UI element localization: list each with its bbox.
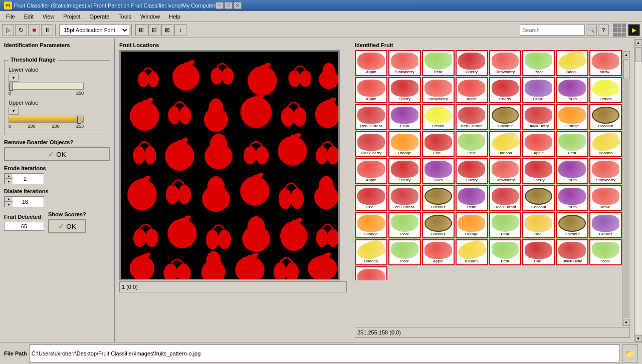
erode-label: Erode Iterations [4, 165, 110, 171]
main-scroll-down[interactable]: ▼ [635, 335, 642, 342]
lower-value-dropdown[interactable]: ▼ [9, 74, 19, 82]
lower-slider-track[interactable] [9, 83, 84, 90]
search-input[interactable] [520, 25, 585, 36]
fruit-cell: Apple [355, 50, 387, 76]
fruit-label: Red Currant [490, 205, 521, 210]
remove-boarder-container: Remove Boarder Objects? ✓ OK [4, 139, 110, 161]
fruit-visual-11 [458, 80, 486, 97]
align-button[interactable]: ⊞ [135, 24, 147, 36]
close-button[interactable]: ✕ [234, 2, 242, 9]
fruit-visual-1 [391, 53, 418, 70]
fruit-label: Che.. [523, 259, 554, 264]
right-panel: Identified Fruit AppleStrawberryPearCher… [351, 38, 634, 342]
main-scroll-up[interactable]: ▲ [635, 39, 642, 46]
fruit-visual-13 [525, 80, 552, 97]
remove-boarder-ok-button[interactable]: ✓ OK [4, 147, 110, 161]
fruit-cell: Che.. [422, 131, 455, 157]
right-scrollbar[interactable]: ▲ ▼ [622, 50, 630, 326]
fruit-cell: Pear [456, 131, 488, 157]
scroll-track[interactable] [623, 59, 629, 318]
fruit-label: Che.. [423, 151, 454, 156]
abort-button[interactable]: ■ [28, 24, 40, 36]
fruit-label: Plum [557, 97, 587, 102]
dialate-input[interactable] [13, 197, 38, 207]
fruit-cell: ed Currant [388, 185, 421, 211]
fruit-visual-20 [492, 107, 519, 124]
fruit-detected-label: Fruit Detected [4, 214, 44, 220]
dialate-down-spinner[interactable]: ▼ [5, 202, 13, 207]
scroll-down-arrow[interactable]: ▼ [623, 319, 630, 326]
upper-mid1: 100 [28, 124, 35, 129]
fruit-cell: Che.. [355, 185, 387, 211]
fruit-cell: Pear [489, 212, 522, 238]
lower-value-container: Lower value ▼ 0 250 [9, 67, 106, 96]
dialate-up-spinner[interactable]: ▲ [5, 197, 13, 202]
scroll-thumb[interactable] [623, 59, 629, 79]
scroll-up-arrow[interactable]: ▲ [623, 51, 630, 58]
fruit-visual-4 [492, 53, 519, 70]
menu-help[interactable]: Help [165, 13, 184, 21]
search-icon-button[interactable]: 🔍 [586, 25, 597, 36]
show-scores-ok-button[interactable]: ✓ OK [48, 219, 86, 233]
fruit-label: Coconut [557, 232, 587, 237]
fruit-cell: Cherry [388, 77, 421, 103]
menu-view[interactable]: View [39, 13, 59, 21]
erode-input[interactable] [13, 174, 38, 184]
menu-operate[interactable]: Operate [86, 13, 114, 21]
identified-fruit-status: 251,255,158 (0,0) [357, 329, 401, 335]
menu-file[interactable]: File [2, 13, 19, 21]
erode-up-spinner[interactable]: ▲ [5, 174, 13, 179]
fruit-cell: Banana [456, 239, 488, 265]
reorder-button[interactable]: ↕ [174, 24, 186, 36]
file-browse-button[interactable]: 📁 [622, 344, 638, 362]
file-path-input[interactable] [29, 344, 620, 362]
fruit-cell: Cherry [456, 158, 488, 184]
fruit-visual-35 [458, 161, 486, 178]
show-scores-check-icon: ✓ [58, 222, 64, 230]
fruit-cell: Cherry [456, 50, 488, 76]
menu-edit[interactable]: Edit [20, 13, 38, 21]
fruit-cell: Grap.. [522, 77, 555, 103]
resize-button[interactable]: ⊠ [161, 24, 173, 36]
fruit-label: Plum [557, 205, 587, 210]
fruit-label: Che.. [356, 205, 386, 210]
menu-project[interactable]: Project [59, 13, 84, 21]
fruit-visual-45 [525, 188, 552, 205]
fruit-cell: Banana [589, 131, 622, 157]
fruit-visual-18 [424, 107, 452, 124]
main-scroll-track[interactable] [635, 47, 641, 334]
run-continuous-button[interactable]: ↻ [15, 24, 27, 36]
upper-value-dropdown[interactable]: ▼ [9, 107, 19, 115]
fruit-visual-22 [558, 107, 586, 124]
fruit-label: Pine.. [523, 232, 554, 237]
fruit-label: Pear [457, 151, 487, 156]
fruit-label: Orange [356, 232, 386, 237]
erode-down-spinner[interactable]: ▼ [5, 179, 13, 184]
help-button[interactable]: ? [598, 25, 609, 36]
fruit-cell: Black Berry [355, 131, 387, 157]
fruit-cell: Coconut [422, 185, 455, 211]
maximize-button[interactable]: □ [225, 2, 233, 9]
minimize-button[interactable]: ─ [216, 2, 224, 9]
main-scroll-thumb[interactable] [635, 47, 641, 62]
fruit-visual-38 [558, 161, 586, 178]
menubar: File Edit View Project Operate Tools Win… [0, 11, 642, 22]
upper-slider-track[interactable] [9, 116, 84, 123]
fruit-cell: Apple [522, 131, 555, 157]
run-icon-button[interactable]: ▶ [628, 24, 640, 36]
menu-window[interactable]: Window [136, 13, 164, 21]
menu-tools[interactable]: Tools [114, 13, 135, 21]
distribute-button[interactable]: ⊟ [148, 24, 160, 36]
file-path-section: File Path 📁 [0, 342, 642, 364]
run-arrow-button[interactable]: ▷ [2, 24, 14, 36]
upper-value-container: Upper value ▼ 0 100 200 253 [9, 100, 106, 129]
fruit-cell: Plum [456, 185, 488, 211]
font-select[interactable]: 15pt Application Font [59, 25, 129, 36]
fruit-label: Orange [557, 124, 587, 129]
center-panel: Fruit Locations 1 (0,0) [115, 38, 351, 342]
main-scrollbar[interactable]: ▲ ▼ [634, 38, 642, 342]
pause-button[interactable]: ⏸ [41, 24, 53, 36]
fruit-locations-image [119, 50, 340, 280]
show-scores-ok-label: OK [66, 223, 76, 230]
fruit-label: Grap.. [523, 97, 554, 102]
